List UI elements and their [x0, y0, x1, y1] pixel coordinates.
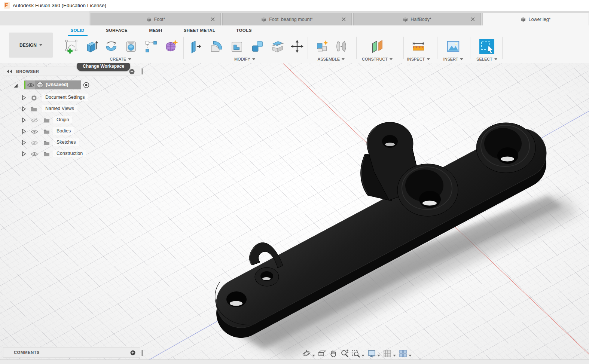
- ribbon-tab-tools[interactable]: TOOLS: [236, 28, 251, 33]
- document-cube-icon: [521, 17, 526, 22]
- activate-component-radio-icon[interactable]: [83, 82, 89, 88]
- document-tab-lower-leg[interactable]: Lower leg*: [482, 13, 589, 25]
- select-button[interactable]: [478, 38, 495, 55]
- measure-button[interactable]: [410, 38, 427, 55]
- insert-canvas-button[interactable]: [445, 38, 462, 55]
- shell-icon: [229, 39, 245, 54]
- joint-button[interactable]: [333, 38, 350, 55]
- collapsed-triangle-icon[interactable]: [22, 129, 26, 134]
- move-copy-button[interactable]: [289, 38, 306, 55]
- revolve-button[interactable]: [103, 38, 120, 55]
- browser-resize-handle[interactable]: [141, 68, 143, 74]
- extrude-button[interactable]: [82, 38, 100, 55]
- grid-snaps-caret-icon[interactable]: [393, 355, 396, 357]
- group-label-select[interactable]: SELECT: [476, 57, 497, 61]
- collapsed-triangle-icon[interactable]: [22, 95, 26, 100]
- ribbon-toolbar: SOLID SURFACE MESH SHEET METAL TOOLS DES…: [0, 25, 589, 63]
- shell-button[interactable]: [228, 38, 245, 55]
- visibility-eye-off-icon[interactable]: [31, 118, 38, 123]
- combine-button[interactable]: [249, 38, 266, 55]
- zoom-window-caret-icon[interactable]: [361, 355, 364, 357]
- browser-item-document-settings[interactable]: Document Settings: [3, 92, 140, 104]
- fillet-icon: [208, 39, 224, 54]
- extrude-icon: [83, 39, 99, 54]
- display-settings-icon: [367, 349, 376, 358]
- group-separator: [403, 37, 404, 59]
- group-label-construct[interactable]: CONSTRUCT: [362, 57, 393, 61]
- orbit-button[interactable]: [302, 349, 311, 358]
- add-comment-icon[interactable]: [130, 350, 135, 355]
- collapsed-triangle-icon[interactable]: [22, 106, 26, 111]
- document-tab-foot-bearing-mount[interactable]: Foot_bearing mount*: [222, 13, 352, 25]
- tab-close-icon[interactable]: [210, 17, 215, 22]
- tab-close-icon[interactable]: [470, 17, 475, 22]
- active-tab-underline: [68, 35, 88, 36]
- ribbon-tab-sheet-metal[interactable]: SHEET METAL: [184, 28, 216, 33]
- tab-close-icon[interactable]: [341, 17, 346, 22]
- group-label-create[interactable]: CREATE: [110, 57, 131, 61]
- ribbon-tab-mesh[interactable]: MESH: [149, 28, 162, 33]
- viewports-button[interactable]: [398, 349, 408, 358]
- press-pull-icon: [188, 39, 204, 54]
- collapsed-triangle-icon[interactable]: [22, 140, 26, 145]
- workspace-label: DESIGN: [19, 43, 37, 48]
- workspace-switcher-button[interactable]: DESIGN: [9, 33, 53, 58]
- collapse-panel-icon[interactable]: [6, 69, 12, 74]
- group-label-assemble[interactable]: ASSEMBLE: [318, 57, 345, 61]
- browser-root-row[interactable]: (Unsaved): [3, 80, 140, 90]
- collapsed-triangle-icon[interactable]: [22, 117, 26, 123]
- grid-snaps-button[interactable]: [382, 349, 392, 358]
- display-settings-caret-icon[interactable]: [377, 355, 380, 357]
- document-cube-icon: [37, 82, 43, 88]
- group-label-modify[interactable]: MODIFY: [234, 57, 255, 61]
- ribbon-tab-surface[interactable]: SURFACE: [106, 28, 128, 33]
- comments-label: COMMENTS: [14, 350, 40, 355]
- hole-icon: [123, 39, 139, 54]
- comments-bar[interactable]: COMMENTS: [3, 347, 140, 358]
- visibility-eye-icon[interactable]: [27, 83, 34, 88]
- look-at-button[interactable]: [317, 349, 327, 358]
- browser-item-named-views[interactable]: Named Views: [3, 104, 140, 115]
- new-component-button[interactable]: [313, 38, 330, 55]
- fillet-button[interactable]: [208, 38, 225, 55]
- select-icon: [479, 38, 495, 55]
- comments-resize-handle[interactable]: [141, 350, 143, 356]
- orbit-caret-icon[interactable]: [312, 355, 315, 357]
- gear-icon: [31, 95, 37, 101]
- document-tab-foot[interactable]: Foot*: [91, 13, 221, 25]
- split-body-button[interactable]: [269, 38, 286, 55]
- window-bottom-edge: [0, 360, 589, 364]
- document-tab-label: Lower leg*: [528, 17, 550, 22]
- pattern-button[interactable]: [142, 38, 159, 55]
- pan-button[interactable]: [329, 349, 338, 358]
- create-sketch-button[interactable]: [62, 38, 80, 55]
- viewports-caret-icon[interactable]: [409, 355, 412, 357]
- document-tab-halfbody[interactable]: HalfBody*: [353, 13, 481, 25]
- browser-title: BROWSER: [16, 69, 39, 74]
- zoom-window-button[interactable]: [351, 349, 361, 358]
- browser-item-bodies[interactable]: Bodies: [3, 126, 140, 137]
- collapsed-triangle-icon[interactable]: [22, 151, 26, 156]
- browser-item-origin[interactable]: Origin: [3, 115, 140, 126]
- press-pull-button[interactable]: [187, 38, 204, 55]
- move-icon: [289, 39, 305, 54]
- browser-item-sketches[interactable]: Sketches: [3, 137, 140, 149]
- workspace-caret-icon: [39, 44, 42, 46]
- browser-item-construction[interactable]: Construction: [3, 149, 140, 160]
- construct-plane-button[interactable]: [369, 38, 386, 55]
- browser-collapse-badge-icon[interactable]: [129, 69, 135, 74]
- zoom-button[interactable]: [340, 349, 350, 358]
- expand-triangle-icon[interactable]: [13, 83, 18, 88]
- modify-caret-icon: [252, 58, 255, 60]
- group-label-inspect[interactable]: INSPECT: [407, 57, 430, 61]
- browser-item-label: Sketches: [53, 138, 79, 146]
- group-label-insert[interactable]: INSERT: [443, 57, 463, 61]
- visibility-eye-off-icon[interactable]: [31, 140, 38, 146]
- hole-button[interactable]: [122, 38, 140, 55]
- document-tab-label: HalfBody*: [411, 17, 431, 22]
- display-settings-button[interactable]: [367, 349, 376, 358]
- visibility-eye-icon[interactable]: [31, 152, 38, 157]
- visibility-eye-icon[interactable]: [31, 129, 38, 134]
- ribbon-tab-solid[interactable]: SOLID: [70, 28, 84, 33]
- create-form-button[interactable]: [162, 38, 179, 55]
